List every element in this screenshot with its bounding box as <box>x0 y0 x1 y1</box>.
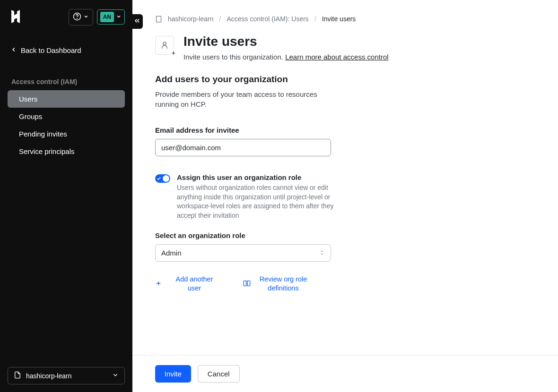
main-content: hashicorp-learn / Access control (IAM): … <box>132 0 558 392</box>
sidebar-item-pending-invites[interactable]: Pending invites <box>8 125 125 143</box>
role-label: Select an organization role <box>155 231 535 239</box>
role-select-value: Admin <box>161 249 182 257</box>
page-subtitle: Invite users to this organization. Learn… <box>183 53 389 61</box>
svg-point-1 <box>77 18 77 18</box>
sidebar: AN Back to Dashboard Access control (IAM… <box>0 0 132 392</box>
updown-icon <box>319 249 325 257</box>
breadcrumb: hashicorp-learn / Access control (IAM): … <box>155 15 535 23</box>
assign-role-toggle[interactable] <box>155 174 170 183</box>
footer-actions: Invite Cancel <box>132 355 558 392</box>
email-field[interactable] <box>155 139 331 156</box>
breadcrumb-parent[interactable]: Access control (IAM): Users <box>227 15 308 23</box>
chevron-down-icon <box>116 13 122 21</box>
plus-icon <box>155 280 162 288</box>
hashicorp-logo[interactable] <box>8 8 25 26</box>
chevron-left-icon <box>10 46 17 54</box>
back-link-label: Back to Dashboard <box>21 46 81 54</box>
toggle-desc: Users without organization roles cannot … <box>177 183 338 220</box>
org-icon <box>155 16 162 23</box>
project-selector[interactable]: hashicorp-learn <box>8 367 125 384</box>
book-icon <box>243 280 251 289</box>
toggle-label: Assign this user an organization role <box>177 173 338 181</box>
plus-icon: + <box>171 49 176 57</box>
page-title: Invite users <box>183 34 389 49</box>
review-role-definitions-button[interactable]: Review org role definitions <box>243 275 309 293</box>
learn-more-link[interactable]: Learn more about access control <box>285 53 388 61</box>
cancel-button[interactable]: Cancel <box>198 365 240 383</box>
collapse-sidebar-button[interactable] <box>131 14 143 29</box>
user-menu[interactable]: AN <box>97 9 125 25</box>
back-to-dashboard-link[interactable]: Back to Dashboard <box>0 40 132 61</box>
invite-button[interactable]: Invite <box>155 365 191 383</box>
email-label: Email address for invitee <box>155 126 535 134</box>
sidebar-item-service-principals[interactable]: Service principals <box>8 143 125 160</box>
chevron-down-icon <box>112 372 119 380</box>
svg-rect-2 <box>157 16 161 22</box>
role-select[interactable]: Admin <box>155 244 331 262</box>
sidebar-item-groups[interactable]: Groups <box>8 108 125 125</box>
project-name: hashicorp-learn <box>26 372 72 380</box>
help-menu[interactable] <box>69 9 93 26</box>
help-icon <box>73 12 81 22</box>
avatar-initials: AN <box>100 12 114 22</box>
add-another-user-button[interactable]: Add another user <box>155 275 220 293</box>
file-icon <box>14 371 21 380</box>
chevron-down-icon <box>83 13 89 21</box>
page-icon: + <box>155 36 174 55</box>
sidebar-item-users[interactable]: Users <box>8 90 125 108</box>
form-section-desc: Provide members of your team access to r… <box>155 89 335 109</box>
breadcrumb-org[interactable]: hashicorp-learn <box>168 15 214 23</box>
form-section-title: Add users to your organization <box>155 74 535 85</box>
svg-point-7 <box>163 42 166 45</box>
sidebar-section-header: Access control (IAM) <box>0 70 132 90</box>
breadcrumb-current: Invite users <box>322 15 356 23</box>
